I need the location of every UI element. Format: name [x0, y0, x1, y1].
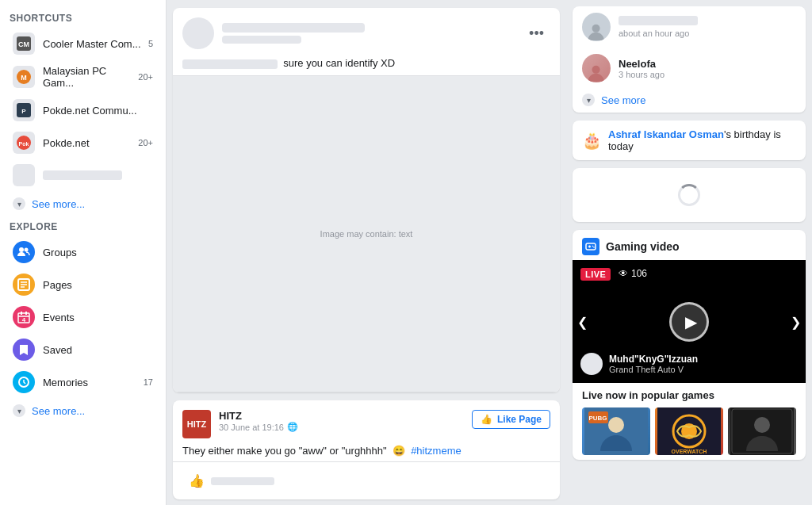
svg-text:Pok: Pok: [19, 141, 29, 147]
game-thumbnails: PUBG OVERWATCH: [582, 407, 796, 455]
see-more-contacts-arrow: ▾: [582, 94, 595, 106]
sidebar-item-pokde-commu[interactable]: P Pokde.net Commu...: [3, 94, 163, 126]
contacts-widget: about an hour ago Neelofa 3 hours ago ▾: [573, 6, 806, 113]
svg-point-19: [592, 246, 594, 247]
streamer-info: Muhd"KnyG"Izzuan Grand Theft Auto V: [580, 353, 698, 375]
like-page-label: Like Page: [497, 414, 542, 425]
hitz-post-hashtag[interactable]: #hitzmeme: [411, 445, 462, 457]
sidebar-item-events[interactable]: 4 Events: [3, 301, 163, 333]
hitz-info: HITZ 30 June at 19:16 🌐: [219, 410, 472, 432]
gaming-video-container[interactable]: LIVE 👁 106 ❮ ▶ ❯ Muhd"KnyG"Izzuan: [573, 260, 806, 383]
post-1-header: •••: [173, 8, 560, 49]
sidebar-item-pages[interactable]: Pages: [3, 269, 163, 300]
post-1-image: Image may contain: text: [173, 75, 560, 392]
hitz-post-date: 30 June at 19:16: [219, 423, 284, 432]
see-more-contacts-label: See more: [601, 94, 645, 106]
hitz-post-header-left: HITZ HITZ 30 June at 19:16 🌐: [182, 410, 472, 438]
post-1-author-info: [222, 23, 365, 44]
svg-text:OVERWATCH: OVERWATCH: [672, 449, 707, 454]
sidebar-item-pokde-net-badge: 20+: [138, 138, 153, 147]
game-thumb-2[interactable]: OVERWATCH: [655, 407, 723, 455]
sidebar-item-cooler-master-badge: 5: [148, 39, 153, 48]
explore-see-more-btn[interactable]: ▾ See more...: [3, 400, 163, 422]
sidebar-item-groups[interactable]: Groups: [3, 236, 163, 268]
gaming-widget: Gaming video LIVE 👁 106 ❮ ▶ ❯: [573, 230, 806, 460]
birthday-text: Ashraf Iskandar Osman's birthday is toda…: [608, 128, 796, 152]
birthday-person-link[interactable]: Ashraf Iskandar Osman: [608, 128, 724, 140]
post-1-text: sure you can identify XD: [173, 49, 560, 75]
birthday-cake-icon: 🎂: [582, 131, 602, 150]
loading-widget: [573, 168, 806, 222]
hitz-like-btn[interactable]: 👍: [182, 469, 211, 493]
like-page-btn[interactable]: 👍 Like Page: [472, 410, 550, 429]
contact-neelofa-silhouette: [582, 54, 611, 82]
streamer-avatar: [580, 353, 603, 375]
svg-text:CM: CM: [18, 40, 29, 48]
sidebar-item-malaysian-pc-badge: 20+: [138, 72, 153, 82]
post-1-text-content: sure you can identify XD: [283, 57, 395, 69]
svg-point-17: [592, 66, 600, 74]
blurred-label: [43, 170, 122, 180]
svg-point-30: [754, 417, 770, 433]
cooler-master-icon: CM: [13, 33, 35, 55]
gaming-icon: [582, 238, 599, 255]
contact-1-avatar: [582, 13, 611, 41]
shortcuts-see-more-arrow: ▾: [13, 197, 25, 210]
gaming-header: Gaming video: [573, 230, 806, 260]
eye-icon: 👁: [619, 268, 628, 279]
hitz-post-text: They either make you go "aww" or "urghhh…: [173, 438, 560, 461]
explore-see-more-arrow: ▾: [13, 404, 25, 417]
contact-item-1[interactable]: about an hour ago: [573, 6, 806, 48]
nav-arrow-right-btn[interactable]: ❯: [786, 306, 806, 337]
main-feed: ••• sure you can identify XD Image may c…: [167, 0, 566, 505]
see-more-contacts-btn[interactable]: ▾ See more: [573, 89, 806, 113]
app-layout: Shortcuts CM Cooler Master Com... 5 M Ma…: [0, 0, 812, 505]
contact-1-silhouette: [582, 13, 611, 41]
sidebar-item-saved[interactable]: Saved: [3, 334, 163, 365]
hitz-page-name[interactable]: HITZ: [219, 410, 472, 422]
post-1-text-blurred: [182, 59, 278, 69]
memories-icon: [13, 371, 35, 393]
play-btn[interactable]: ▶: [669, 302, 709, 342]
svg-point-9: [25, 248, 29, 252]
sidebar-item-pokde-net-label: Pokde.net: [43, 137, 135, 149]
blurred-icon: [13, 164, 35, 186]
hitz-post-text-content: They either make you go "aww" or "urghhh…: [182, 445, 387, 457]
post-1-header-left: [182, 17, 365, 49]
hitz-reactor-name-blur: [211, 477, 274, 485]
right-chevron-icon: ❯: [791, 315, 801, 328]
groups-label: Groups: [43, 247, 153, 258]
post-1-meta: [222, 36, 301, 44]
shortcuts-see-more-label: See more...: [32, 198, 85, 210]
svg-point-8: [19, 247, 24, 252]
shortcuts-title: Shortcuts: [0, 8, 166, 27]
memories-label: Memories: [43, 377, 140, 388]
game-thumb-3[interactable]: [728, 407, 796, 455]
live-badge: LIVE: [580, 268, 611, 281]
svg-point-16: [592, 25, 600, 33]
hitz-globe-icon: 🌐: [287, 422, 298, 432]
post-1-options-btn[interactable]: •••: [523, 22, 550, 45]
sidebar-item-blurred: [3, 159, 163, 191]
contact-neelofa-time: 3 hours ago: [619, 70, 665, 79]
malaysian-pc-icon: M: [13, 66, 35, 88]
game-thumb-1[interactable]: PUBG: [582, 407, 650, 455]
sidebar-item-malaysian-pc[interactable]: M Malaysian PC Gam... 20+: [3, 60, 163, 94]
sidebar-item-pokde-net[interactable]: Pok Pokde.net 20+: [3, 127, 163, 159]
pages-label: Pages: [43, 279, 153, 291]
explore-title: Explore: [0, 216, 166, 235]
sidebar-item-memories[interactable]: Memories 17: [3, 366, 163, 398]
contact-neelofa-avatar: [582, 54, 611, 82]
svg-point-22: [608, 417, 624, 433]
contact-item-neelofa[interactable]: Neelofa 3 hours ago: [573, 48, 806, 89]
shortcuts-see-more-btn[interactable]: ▾ See more...: [3, 193, 163, 215]
svg-point-20: [593, 247, 595, 248]
saved-label: Saved: [43, 344, 153, 356]
nav-arrow-left-btn[interactable]: ❮: [573, 306, 592, 337]
events-icon: 4: [13, 306, 35, 328]
contact-neelofa-name: Neelofa: [619, 58, 665, 70]
post-1-avatar: [182, 17, 214, 49]
birthday-widget: 🎂 Ashraf Iskandar Osman's birthday is to…: [573, 121, 806, 160]
sidebar-item-cooler-master-label: Cooler Master Com...: [43, 38, 145, 50]
sidebar-item-cooler-master[interactable]: CM Cooler Master Com... 5: [3, 28, 163, 59]
